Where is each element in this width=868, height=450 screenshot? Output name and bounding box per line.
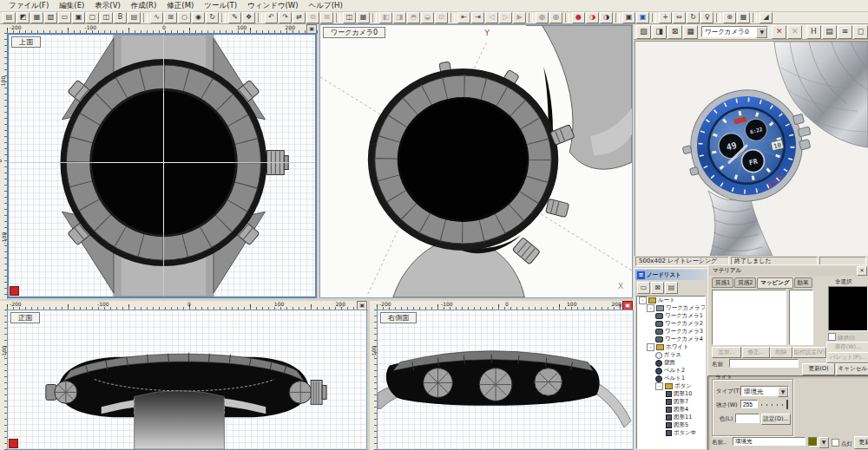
rotate-tool-icon[interactable]: ↻: [687, 12, 700, 23]
pen-tool-icon[interactable]: ✎: [228, 12, 241, 23]
move-tool-icon[interactable]: +: [659, 12, 672, 23]
viewport-camera-canvas[interactable]: ワークカメラ0: [319, 24, 633, 298]
grid-toggle-icon[interactable]: ▦: [737, 12, 750, 23]
light-name-input[interactable]: [733, 437, 806, 446]
light-strength-input[interactable]: [740, 400, 758, 408]
tree-item[interactable]: ベルト1: [637, 375, 705, 382]
render-window-icon[interactable]: ▦: [683, 25, 698, 39]
tree-item[interactable]: 図形10: [637, 390, 705, 398]
render-icon[interactable]: ●: [572, 12, 585, 23]
align-right-icon[interactable]: ◨: [393, 12, 406, 23]
material-list[interactable]: [712, 290, 786, 345]
tree-item[interactable]: ボタン中: [637, 429, 705, 437]
curve-tool-icon[interactable]: ∿: [150, 12, 163, 23]
play-icon[interactable]: ▷: [499, 12, 512, 23]
world-axis-icon[interactable]: ⊕: [723, 12, 736, 23]
expand-icon[interactable]: -: [647, 304, 654, 312]
cancel-button[interactable]: キャンセル: [836, 363, 868, 375]
list-window-icon[interactable]: ▤: [128, 12, 141, 23]
align-left-icon[interactable]: ◧: [379, 12, 392, 23]
knife-tool-icon[interactable]: ❖: [242, 12, 255, 23]
merge-icon[interactable]: ⊡: [435, 12, 448, 23]
new-file-icon[interactable]: ▤: [3, 12, 16, 23]
align-top-icon[interactable]: ◓: [407, 12, 420, 23]
light-color-swatch[interactable]: [808, 437, 818, 447]
expand-icon[interactable]: -: [655, 382, 663, 390]
menu-item[interactable]: 表示(V): [89, 1, 125, 11]
material-window-icon[interactable]: ▣: [636, 12, 649, 23]
delete-node-icon[interactable]: ⊠: [651, 282, 664, 294]
tree-item[interactable]: - ワークカメラフォルダ: [637, 304, 705, 312]
prev-frame-icon[interactable]: ◁: [485, 12, 498, 23]
duplicate-icon[interactable]: ⧉: [306, 12, 319, 23]
tree-item[interactable]: ワークカメラ1: [637, 312, 705, 320]
node-list-titlebar[interactable]: ≡ ノードリスト: [635, 270, 707, 280]
render-stop-icon[interactable]: ⊠: [667, 25, 682, 39]
save-as-icon[interactable]: ▧: [44, 12, 57, 23]
lit-checkbox[interactable]: 点灯: [832, 439, 852, 448]
viewport-front-canvas[interactable]: 正面: [7, 310, 367, 450]
chevron-down-icon[interactable]: ▼: [756, 27, 767, 38]
clear-image-icon[interactable]: ✕: [787, 25, 802, 39]
color-set-button[interactable]: 設定(D)...: [761, 414, 791, 425]
redo-icon[interactable]: ↷: [279, 12, 292, 23]
viewport-right-canvas[interactable]: 右側面: [377, 310, 634, 450]
undo-icon[interactable]: ↶: [265, 12, 278, 23]
render-area-icon[interactable]: ◑: [586, 12, 599, 23]
revolve-tool-icon[interactable]: ↻: [206, 12, 219, 23]
slider-thumb[interactable]: [786, 400, 788, 409]
light-strength-slider[interactable]: [761, 401, 786, 409]
material-tab[interactable]: 効果: [794, 277, 812, 288]
menu-item[interactable]: 編集(E): [54, 1, 89, 11]
node-properties-icon[interactable]: ▤: [665, 282, 678, 294]
tree-item[interactable]: 図形11: [637, 414, 705, 421]
material-tab[interactable]: 質感1: [712, 277, 733, 288]
render-start-icon[interactable]: ▧: [636, 25, 651, 39]
expand-icon[interactable]: -: [647, 343, 654, 351]
tree-item[interactable]: - ホワイト: [637, 343, 705, 351]
delete-icon[interactable]: ⊠: [320, 12, 333, 23]
chevron-down-icon[interactable]: ▼: [778, 387, 788, 397]
new-node-icon[interactable]: ▭: [637, 282, 650, 294]
align-bottom-icon[interactable]: ◒: [421, 12, 434, 23]
grid-tool-icon[interactable]: ⊞: [164, 12, 177, 23]
viewport-top-label[interactable]: 上面: [11, 36, 41, 48]
abort-render-icon[interactable]: ✕: [772, 25, 786, 39]
checkbox-icon[interactable]: [828, 333, 836, 341]
mirror-icon[interactable]: ◫: [343, 12, 356, 23]
viewport-top-canvas[interactable]: 上面: [7, 33, 317, 298]
tree-item[interactable]: ワークカメラ3: [637, 328, 705, 336]
light-update-button[interactable]: 更新: [854, 436, 868, 449]
tree-item[interactable]: - ボタン: [637, 382, 705, 390]
tree-item[interactable]: ワークカメラ4: [637, 336, 705, 343]
cut-icon[interactable]: ▣: [72, 12, 85, 23]
menu-item[interactable]: 修正(M): [161, 1, 199, 11]
material-name-input[interactable]: [729, 359, 799, 368]
print-image-icon[interactable]: ≡: [838, 25, 852, 39]
tree-item[interactable]: 図形7: [637, 398, 705, 406]
tree-item[interactable]: ベルト2: [637, 367, 705, 375]
update-button[interactable]: 更新(O): [802, 363, 835, 375]
light-color-field[interactable]: [735, 414, 760, 423]
sphere-tool-icon[interactable]: ◉: [192, 12, 205, 23]
render-camera-select[interactable]: ワークカメラ0 ▼: [701, 26, 768, 37]
menu-item[interactable]: ツール(T): [199, 1, 242, 11]
next-frame-icon[interactable]: ▶: [513, 12, 526, 23]
open-file-icon[interactable]: ◩: [16, 12, 30, 23]
scale-tool-icon[interactable]: ⇔: [673, 12, 686, 23]
text-tool-icon[interactable]: B: [114, 12, 127, 23]
copy-icon[interactable]: ▢: [86, 12, 99, 23]
viewport-right-label[interactable]: 右側面: [380, 312, 417, 323]
menu-item[interactable]: 作成(R): [126, 1, 162, 11]
menu-item[interactable]: ファイル(F): [3, 1, 54, 11]
delete-button[interactable]: 削除: [770, 347, 792, 358]
window-layout-icon[interactable]: ▣: [622, 12, 635, 23]
hardcopy-icon[interactable]: H: [806, 25, 821, 39]
save-icon[interactable]: ▦: [30, 12, 43, 23]
target-view-icon[interactable]: ◎: [549, 12, 562, 23]
tree-item[interactable]: 図形4: [637, 406, 705, 414]
modify-button[interactable]: 修正...: [742, 347, 770, 358]
tree-item[interactable]: - ルート: [637, 297, 705, 304]
preview-icon[interactable]: ◻: [853, 25, 868, 39]
save-image-icon[interactable]: ▤: [822, 25, 837, 39]
